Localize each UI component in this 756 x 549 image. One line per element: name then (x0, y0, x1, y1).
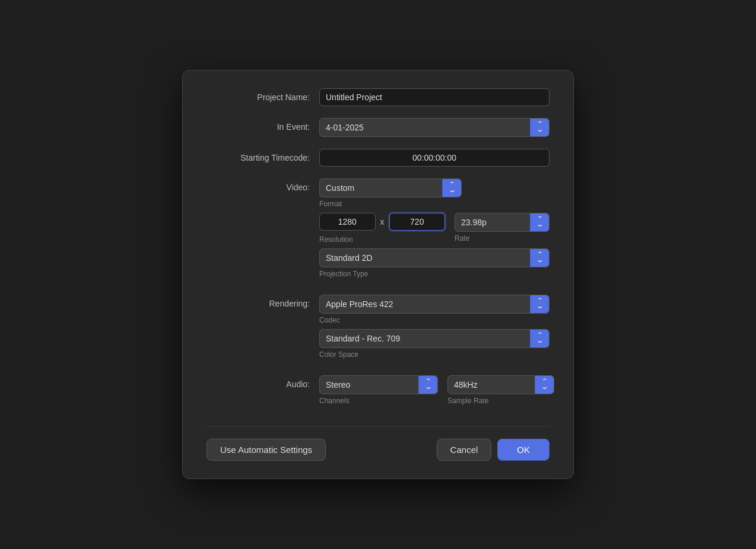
samplerate-sublabel: Sample Rate (447, 397, 554, 405)
video-format-sublabel: Format (319, 200, 549, 208)
samplerate-select[interactable]: 48kHz 44.1kHz 96kHz (448, 376, 554, 394)
footer-right-buttons: Cancel OK (437, 439, 549, 461)
timecode-row: Starting Timecode: (207, 149, 549, 167)
resolution-item: x Resolution (319, 213, 445, 248)
dialog-footer: Use Automatic Settings Cancel OK (207, 426, 549, 461)
timecode-input[interactable] (319, 149, 549, 167)
video-label: Video: (207, 178, 319, 192)
rate-item: 23.98p 24p 25p 29.97p 30p 50p 59.94p 60p… (455, 213, 549, 247)
projection-sublabel: Projection Type (319, 270, 549, 278)
in-event-control: 4-01-2025 3-01-2025 2-01-2025 (319, 118, 549, 137)
rendering-row: Rendering: Apple ProRes 422 Apple ProRes… (207, 295, 549, 363)
cancel-button[interactable]: Cancel (437, 439, 492, 461)
in-event-select-wrapper[interactable]: 4-01-2025 3-01-2025 2-01-2025 (319, 118, 549, 137)
rate-select[interactable]: 23.98p 24p 25p 29.97p 30p 50p 59.94p 60p (455, 213, 549, 231)
audio-control: Stereo Surround Dual Mono Channels 48kHz… (319, 375, 554, 410)
project-name-row: Project Name: (207, 88, 549, 106)
in-event-select[interactable]: 4-01-2025 3-01-2025 2-01-2025 (320, 119, 549, 136)
audio-inline-group: Stereo Surround Dual Mono Channels 48kHz… (319, 375, 554, 410)
resolution-height-input[interactable] (389, 213, 446, 231)
rendering-label: Rendering: (207, 295, 319, 308)
projection-wrapper[interactable]: Standard 2D 360° Equirectangular (319, 248, 549, 267)
timecode-label: Starting Timecode: (207, 149, 319, 162)
channels-wrapper[interactable]: Stereo Surround Dual Mono (319, 375, 438, 394)
projection-select[interactable]: Standard 2D 360° Equirectangular (320, 249, 549, 267)
rendering-control: Apple ProRes 422 Apple ProRes 422 HQ App… (319, 295, 549, 363)
new-project-dialog: Project Name: In Event: 4-01-2025 3-01-2… (182, 70, 574, 479)
project-name-control (319, 88, 549, 106)
resolution-rate-group: x Resolution 23.98p 24p 25p 29.97p 30p 5 (319, 213, 549, 248)
audio-label: Audio: (207, 375, 319, 389)
in-event-label: In Event: (207, 118, 319, 132)
ok-button[interactable]: OK (497, 439, 549, 461)
video-format-wrapper[interactable]: Custom 1080p HD 4K 720p HD (319, 178, 462, 197)
channels-item: Stereo Surround Dual Mono Channels (319, 375, 438, 410)
video-control: Custom 1080p HD 4K 720p HD Format x Reso… (319, 178, 549, 283)
colorspace-sublabel: Color Space (319, 350, 549, 359)
resolution-width-input[interactable] (319, 213, 376, 231)
rate-sublabel: Rate (455, 234, 549, 242)
colorspace-wrapper[interactable]: Standard - Rec. 709 Wide Gamut HDR - Rec… (319, 329, 549, 348)
resolution-row: x (319, 213, 445, 231)
codec-wrapper[interactable]: Apple ProRes 422 Apple ProRes 422 HQ App… (319, 295, 549, 314)
samplerate-item: 48kHz 44.1kHz 96kHz Sample Rate (447, 375, 554, 410)
channels-select[interactable]: Stereo Surround Dual Mono (320, 376, 437, 394)
channels-sublabel: Channels (319, 397, 438, 405)
audio-row: Audio: Stereo Surround Dual Mono Channel… (207, 375, 549, 410)
project-name-label: Project Name: (207, 88, 319, 102)
video-format-select[interactable]: Custom 1080p HD 4K 720p HD (320, 179, 461, 197)
colorspace-select[interactable]: Standard - Rec. 709 Wide Gamut HDR - Rec… (320, 330, 549, 347)
video-row: Video: Custom 1080p HD 4K 720p HD Format (207, 178, 549, 283)
codec-select[interactable]: Apple ProRes 422 Apple ProRes 422 HQ App… (320, 295, 549, 313)
rate-wrapper[interactable]: 23.98p 24p 25p 29.97p 30p 50p 59.94p 60p (455, 213, 549, 232)
resolution-x: x (380, 217, 385, 226)
project-name-input[interactable] (319, 88, 549, 106)
auto-settings-button[interactable]: Use Automatic Settings (207, 439, 326, 461)
samplerate-wrapper[interactable]: 48kHz 44.1kHz 96kHz (447, 375, 554, 394)
codec-sublabel: Codec (319, 316, 549, 324)
in-event-row: In Event: 4-01-2025 3-01-2025 2-01-2025 (207, 118, 549, 137)
resolution-sublabel: Resolution (319, 235, 445, 244)
timecode-control (319, 149, 549, 167)
